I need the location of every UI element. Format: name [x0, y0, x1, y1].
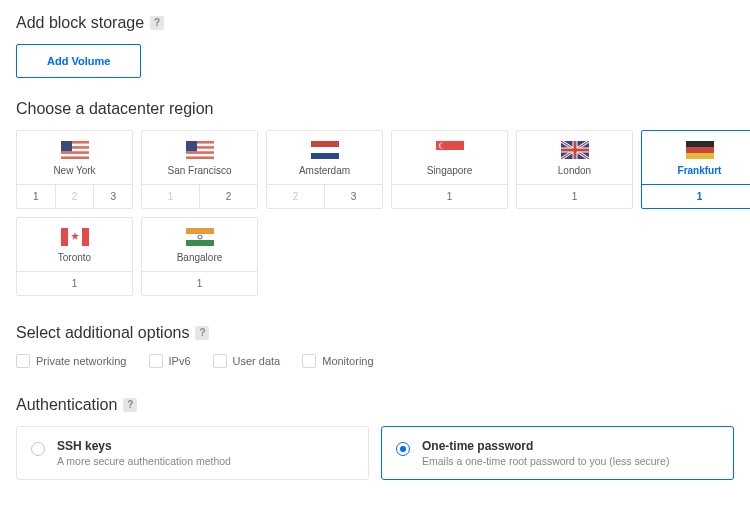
option-label: User data	[233, 355, 281, 367]
region-number[interactable]: 2	[200, 185, 257, 208]
region-card-singapore[interactable]: Singapore 1	[391, 130, 508, 209]
svg-rect-3	[61, 151, 89, 154]
svg-rect-13	[311, 147, 339, 153]
radio-icon	[31, 442, 45, 456]
help-icon[interactable]: ?	[195, 326, 209, 340]
region-top: New York	[17, 131, 132, 184]
flag-netherlands-icon	[311, 141, 339, 159]
flag-canada-icon	[61, 228, 89, 246]
option-label: IPv6	[169, 355, 191, 367]
option-label: Monitoring	[322, 355, 373, 367]
region-numbers: 1	[517, 184, 632, 208]
additional-options-heading: Select additional options ?	[16, 324, 734, 342]
region-card-toronto[interactable]: Toronto 1	[16, 217, 133, 296]
help-icon[interactable]: ?	[150, 16, 164, 30]
datacenter-section: Choose a datacenter region New York 1 2 …	[16, 100, 734, 296]
flag-germany-icon	[686, 141, 714, 159]
auth-option-ssh-keys[interactable]: SSH keys A more secure authentication me…	[16, 426, 369, 480]
region-numbers: 1	[142, 271, 257, 295]
block-storage-heading-text: Add block storage	[16, 14, 144, 32]
region-top: Frankfurt	[642, 131, 750, 184]
checkbox-icon	[213, 354, 227, 368]
region-top: Toronto	[17, 218, 132, 271]
option-ipv6[interactable]: IPv6	[149, 354, 191, 368]
auth-text: One-time password Emails a one-time root…	[422, 439, 669, 467]
additional-options-heading-text: Select additional options	[16, 324, 189, 342]
svg-rect-26	[686, 153, 714, 159]
auth-option-one-time-password[interactable]: One-time password Emails a one-time root…	[381, 426, 734, 480]
flag-india-icon	[186, 228, 214, 246]
option-private-networking[interactable]: Private networking	[16, 354, 127, 368]
region-name: San Francisco	[168, 165, 232, 176]
region-number: 1	[142, 185, 200, 208]
option-monitoring[interactable]: Monitoring	[302, 354, 373, 368]
svg-rect-23	[561, 149, 589, 152]
region-number[interactable]: 1	[517, 185, 632, 208]
region-card-bangalore[interactable]: Bangalore 1	[141, 217, 258, 296]
option-label: Private networking	[36, 355, 127, 367]
region-grid: New York 1 2 3 San Francisco 1 2	[16, 130, 734, 296]
checkbox-icon	[149, 354, 163, 368]
region-top: London	[517, 131, 632, 184]
region-name: Bangalore	[177, 252, 223, 263]
svg-rect-24	[686, 141, 714, 147]
region-number[interactable]: 1	[17, 272, 132, 295]
svg-rect-16	[436, 150, 464, 159]
region-card-frankfurt[interactable]: Frankfurt 1	[641, 130, 750, 209]
region-name: Toronto	[58, 252, 91, 263]
region-card-london[interactable]: London 1	[516, 130, 633, 209]
region-name: New York	[53, 165, 95, 176]
checkbox-icon	[16, 354, 30, 368]
block-storage-section: Add block storage ? Add Volume	[16, 14, 734, 78]
svg-rect-9	[186, 151, 214, 154]
additional-options-section: Select additional options ? Private netw…	[16, 324, 734, 368]
svg-point-18	[440, 143, 446, 149]
svg-rect-5	[61, 141, 72, 151]
region-number[interactable]: 3	[94, 185, 132, 208]
svg-rect-12	[311, 141, 339, 147]
auth-title: One-time password	[422, 439, 669, 453]
flag-usa-icon	[61, 141, 89, 159]
region-name: Frankfurt	[678, 165, 722, 176]
region-top: Bangalore	[142, 218, 257, 271]
region-number[interactable]: 1	[142, 272, 257, 295]
authentication-heading-text: Authentication	[16, 396, 117, 414]
option-user-data[interactable]: User data	[213, 354, 281, 368]
add-volume-button[interactable]: Add Volume	[16, 44, 141, 78]
auth-desc: Emails a one-time root password to you (…	[422, 455, 669, 467]
datacenter-heading-text: Choose a datacenter region	[16, 100, 213, 118]
region-numbers: 1 2	[142, 184, 257, 208]
region-numbers: 2 3	[267, 184, 382, 208]
svg-rect-10	[186, 156, 214, 159]
auth-text: SSH keys A more secure authentication me…	[57, 439, 231, 467]
region-top: San Francisco	[142, 131, 257, 184]
svg-rect-14	[311, 153, 339, 159]
auth-desc: A more secure authentication method	[57, 455, 231, 467]
region-name: London	[558, 165, 591, 176]
region-name: Amsterdam	[299, 165, 350, 176]
region-numbers: 1	[392, 184, 507, 208]
region-card-new-york[interactable]: New York 1 2 3	[16, 130, 133, 209]
region-number[interactable]: 3	[325, 185, 382, 208]
svg-rect-32	[186, 240, 214, 246]
authentication-heading: Authentication ?	[16, 396, 734, 414]
region-numbers: 1 2 3	[17, 184, 132, 208]
region-numbers: 1	[17, 271, 132, 295]
region-number[interactable]: 1	[642, 185, 750, 208]
svg-rect-25	[686, 147, 714, 153]
region-number: 2	[56, 185, 95, 208]
flag-singapore-icon	[436, 141, 464, 159]
region-card-san-francisco[interactable]: San Francisco 1 2	[141, 130, 258, 209]
region-number[interactable]: 1	[17, 185, 56, 208]
svg-rect-11	[186, 141, 197, 151]
svg-rect-4	[61, 156, 89, 159]
auth-grid: SSH keys A more secure authentication me…	[16, 426, 734, 480]
region-number: 2	[267, 185, 325, 208]
region-card-amsterdam[interactable]: Amsterdam 2 3	[266, 130, 383, 209]
region-number[interactable]: 1	[392, 185, 507, 208]
svg-rect-30	[186, 228, 214, 234]
region-numbers: 1	[642, 184, 750, 208]
options-row: Private networking IPv6 User data Monito…	[16, 354, 734, 368]
help-icon[interactable]: ?	[123, 398, 137, 412]
radio-icon	[396, 442, 410, 456]
